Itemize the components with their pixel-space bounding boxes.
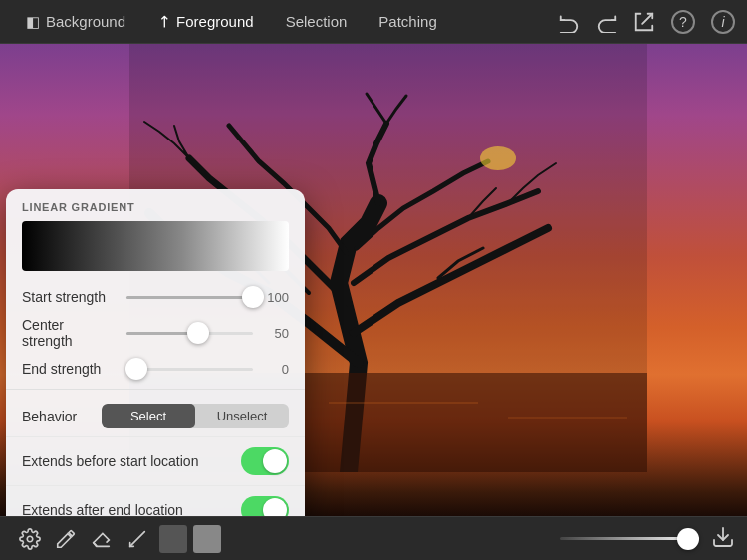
svg-point-7 <box>27 536 33 542</box>
pen-tool-button[interactable] <box>120 521 155 557</box>
start-strength-value: 100 <box>263 290 289 305</box>
tab-foreground-label: Foreground <box>176 13 254 30</box>
color-swatch-dark[interactable] <box>159 525 187 553</box>
nav-right-icons: ? i <box>558 10 735 34</box>
bottom-right-controls <box>560 525 735 553</box>
start-strength-thumb <box>242 286 264 308</box>
eraser-tool-button[interactable] <box>84 521 120 557</box>
behavior-segmented-control: Select Unselect <box>102 404 289 428</box>
tab-background[interactable]: ◧ Background <box>12 6 139 37</box>
info-button[interactable]: i <box>711 10 735 34</box>
svg-line-0 <box>642 13 652 23</box>
help-button[interactable]: ? <box>671 10 695 34</box>
tab-selection-label: Selection <box>286 13 348 30</box>
divider-1 <box>6 389 305 390</box>
opacity-thumb[interactable] <box>677 528 699 550</box>
tab-foreground[interactable]: ↗ Foreground <box>143 6 268 37</box>
end-strength-row: End strength 0 <box>6 355 305 383</box>
download-icon[interactable] <box>711 525 735 553</box>
redo-button[interactable] <box>596 11 618 33</box>
end-strength-label: End strength <box>22 361 117 377</box>
start-strength-row: Start strength 100 <box>6 283 305 311</box>
behavior-row: Behavior Select Unselect <box>6 396 305 436</box>
end-strength-track[interactable] <box>126 368 253 371</box>
share-button[interactable] <box>633 11 655 33</box>
extends-before-label: Extends before start location <box>22 453 241 469</box>
nav-tabs: ◧ Background ↗ Foreground Selection Patc… <box>12 6 558 37</box>
extends-before-row: Extends before start location <box>6 436 305 485</box>
gradient-preview <box>22 221 289 271</box>
center-strength-thumb <box>187 322 209 344</box>
panel-title: LINEAR GRADIENT <box>6 189 305 221</box>
settings-tool-button[interactable] <box>12 521 48 557</box>
tab-background-label: Background <box>46 13 125 30</box>
svg-line-8 <box>130 531 145 546</box>
start-strength-track[interactable] <box>126 296 253 299</box>
center-strength-label: Center strength <box>22 317 117 349</box>
background-icon: ◧ <box>26 13 40 31</box>
start-strength-fill <box>126 296 253 299</box>
top-navigation: ◧ Background ↗ Foreground Selection Patc… <box>0 0 747 44</box>
bottom-toolbar <box>0 516 747 560</box>
extends-before-knob <box>263 449 287 473</box>
center-strength-row: Center strength 50 <box>6 311 305 355</box>
brush-tool-button[interactable] <box>48 521 84 557</box>
color-swatch-grey[interactable] <box>193 525 221 553</box>
linear-gradient-panel: LINEAR GRADIENT Start strength 100 Cente… <box>6 189 305 560</box>
foreground-icon: ↗ <box>152 10 175 33</box>
center-strength-track[interactable] <box>126 332 253 335</box>
behavior-label: Behavior <box>22 409 92 424</box>
undo-button[interactable] <box>558 11 580 33</box>
start-strength-label: Start strength <box>22 289 117 305</box>
tab-selection[interactable]: Selection <box>272 6 362 37</box>
opacity-slider[interactable] <box>560 537 699 540</box>
behavior-unselect-btn[interactable]: Unselect <box>195 404 289 428</box>
end-strength-value: 0 <box>263 362 289 377</box>
tab-patching[interactable]: Patching <box>365 6 450 37</box>
extends-before-toggle[interactable] <box>241 447 289 475</box>
end-strength-thumb <box>125 358 147 380</box>
tab-patching-label: Patching <box>378 13 436 30</box>
svg-point-6 <box>480 146 516 170</box>
behavior-select-btn[interactable]: Select <box>102 404 195 428</box>
center-strength-value: 50 <box>263 326 289 341</box>
